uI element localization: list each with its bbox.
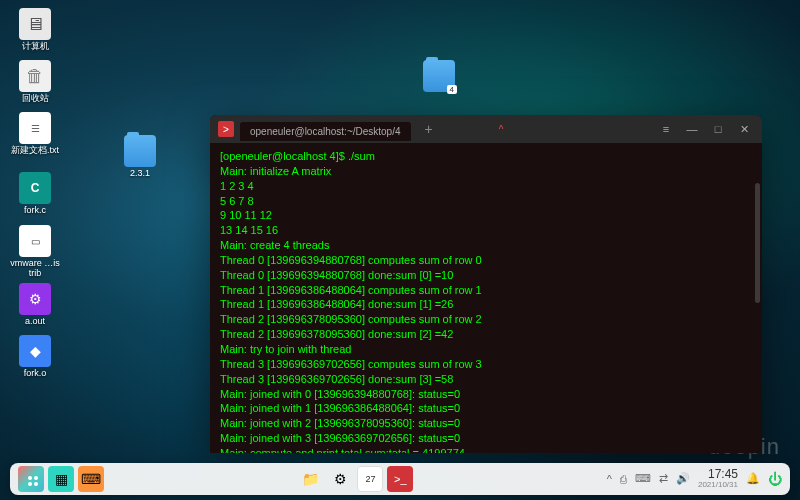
power-icon[interactable]: ⏻ <box>768 471 782 487</box>
network-icon[interactable]: ⇄ <box>659 472 668 485</box>
terminal-command: ./sum <box>348 150 375 162</box>
terminal-output-line: Main: compute and print total sum:tatal … <box>220 446 752 453</box>
terminal-output-line: Main: initialize A matrix <box>220 164 752 179</box>
icon-label: vmware …istrib <box>10 259 60 279</box>
desktop-icon-computer[interactable]: 🖥 计算机 <box>10 8 60 52</box>
terminal-output-line: Main: joined with 2 [139696378095360]: s… <box>220 416 752 431</box>
terminal-output-line: Thread 1 [139696386488064] done:sum [1] … <box>220 297 752 312</box>
terminal-output-line: Main: joined with 0 [139696394880768]: s… <box>220 387 752 402</box>
desktop-icon-aout[interactable]: ⚙ a.out <box>10 283 60 327</box>
terminal-output-line: 5 6 7 8 <box>220 194 752 209</box>
vmware-icon: ▭ <box>19 225 51 257</box>
desktop-icon-txtfile[interactable]: ☰ 新建文档.txt <box>10 112 60 156</box>
terminal-output-line: Thread 1 [139696386488064] computes sum … <box>220 283 752 298</box>
icon-label: 回收站 <box>10 94 60 104</box>
terminal-scrollbar[interactable] <box>755 183 760 303</box>
minimize-button[interactable]: — <box>682 119 702 139</box>
terminal-titlebar[interactable]: > openeuler@localhost:~/Desktop/4 + ^ ≡ … <box>210 115 762 143</box>
clock-date: 2021/10/31 <box>698 481 738 490</box>
clock[interactable]: 17:45 2021/10/31 <box>698 468 738 490</box>
icon-label: fork.o <box>10 369 60 379</box>
taskbar: ▦ ⌨ 📁 ⚙ 27 >_ ^ ⎙ ⌨ ⇄ 🔊 17:45 2021/10/31… <box>10 463 790 495</box>
settings-button[interactable]: ⚙ <box>327 466 353 492</box>
terminal-output-line: Thread 0 [139696394880768] computes sum … <box>220 253 752 268</box>
terminal-output-line: 13 14 15 16 <box>220 223 752 238</box>
terminal-app-icon: > <box>218 121 234 137</box>
terminal-output-line: Thread 2 [139696378095360] computes sum … <box>220 312 752 327</box>
desktop-icon-fork-c[interactable]: C fork.c <box>10 172 60 216</box>
desktop-icon-trash[interactable]: 🗑 回收站 <box>10 60 60 104</box>
new-tab-button[interactable]: + <box>425 121 433 137</box>
usb-icon[interactable]: ⎙ <box>620 473 627 485</box>
desktop: 🖥 计算机 🗑 回收站 ☰ 新建文档.txt C fork.c ▭ vmware… <box>0 0 800 500</box>
file-manager-button[interactable]: 📁 <box>297 466 323 492</box>
notification-icon[interactable]: 🔔 <box>746 472 760 485</box>
icon-label: a.out <box>10 317 60 327</box>
folder-icon: 4 <box>423 60 455 92</box>
terminal-output-line: Main: create 4 threads <box>220 238 752 253</box>
terminal-output-line: 9 10 11 12 <box>220 208 752 223</box>
text-file-icon: ☰ <box>19 112 51 144</box>
computer-icon: 🖥 <box>19 8 51 40</box>
desktop-icon-folder-231[interactable]: 2.3.1 <box>115 135 165 179</box>
c-source-icon: C <box>19 172 51 204</box>
folder-icon <box>124 135 156 167</box>
system-tray: ^ ⎙ ⌨ ⇄ 🔊 17:45 2021/10/31 🔔 ⏻ <box>607 468 782 490</box>
calendar-button[interactable]: 27 <box>357 466 383 492</box>
terminal-body[interactable]: [openeuler@localhost 4]$ ./sum Main: ini… <box>210 143 762 453</box>
tray-caret-icon[interactable]: ^ <box>607 473 612 485</box>
desktop-icon-folder-4[interactable]: 4 <box>414 60 464 94</box>
volume-icon[interactable]: 🔊 <box>676 472 690 485</box>
terminal-window: > openeuler@localhost:~/Desktop/4 + ^ ≡ … <box>210 115 762 453</box>
maximize-button[interactable]: □ <box>708 119 728 139</box>
terminal-output-line: Thread 3 [139696369702656] done:sum [3] … <box>220 372 752 387</box>
desktop-icon-vmware[interactable]: ▭ vmware …istrib <box>10 225 60 279</box>
terminal-prompt: [openeuler@localhost 4]$ <box>220 150 348 162</box>
keyboard-button[interactable]: ⌨ <box>78 466 104 492</box>
object-file-icon: ◆ <box>19 335 51 367</box>
keyboard-tray-icon[interactable]: ⌨ <box>635 472 651 485</box>
terminal-button[interactable]: >_ <box>387 466 413 492</box>
terminal-output-line: Thread 3 [139696369702656] computes sum … <box>220 357 752 372</box>
terminal-output-line: 1 2 3 4 <box>220 179 752 194</box>
icon-label: fork.c <box>10 206 60 216</box>
executable-icon: ⚙ <box>19 283 51 315</box>
icon-label: 2.3.1 <box>115 169 165 179</box>
terminal-output-line: Main: joined with 1 [139696386488064]: s… <box>220 401 752 416</box>
trash-icon: 🗑 <box>19 60 51 92</box>
desktop-icon-fork-o[interactable]: ◆ fork.o <box>10 335 60 379</box>
caret-icon: ^ <box>499 124 504 135</box>
terminal-output-line: Main: try to join with thread <box>220 342 752 357</box>
terminal-output-line: Thread 2 [139696378095360] done:sum [2] … <box>220 327 752 342</box>
terminal-output-line: Main: joined with 3 [139696369702656]: s… <box>220 431 752 446</box>
terminal-tab[interactable]: openeuler@localhost:~/Desktop/4 <box>240 122 411 141</box>
icon-label: 计算机 <box>10 42 60 52</box>
close-button[interactable]: ✕ <box>734 119 754 139</box>
terminal-output-line: Thread 0 [139696394880768] done:sum [0] … <box>220 268 752 283</box>
menu-button[interactable]: ≡ <box>656 119 676 139</box>
launcher-button[interactable] <box>18 466 44 492</box>
multitask-button[interactable]: ▦ <box>48 466 74 492</box>
icon-label: 新建文档.txt <box>10 146 60 156</box>
